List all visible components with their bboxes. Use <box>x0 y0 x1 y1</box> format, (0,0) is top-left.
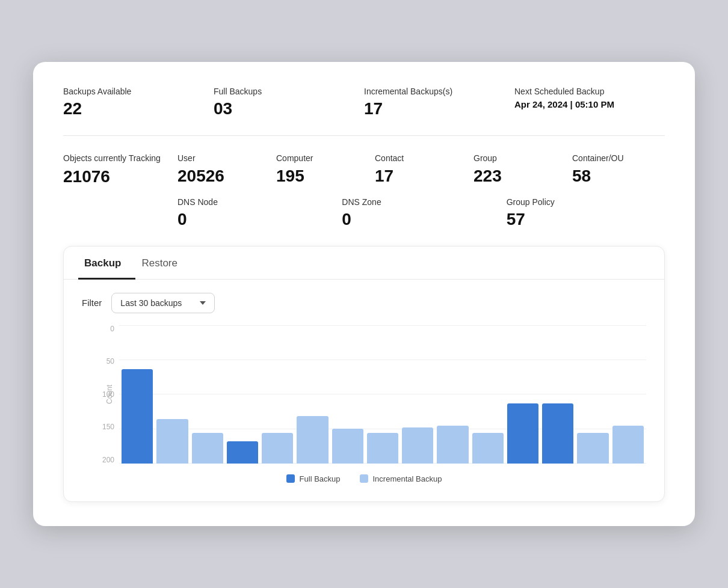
objects-tracking-value: 21076 <box>63 167 171 186</box>
legend-full-backup: Full Backup <box>286 474 341 483</box>
bar-full <box>122 369 153 464</box>
user-value: 20526 <box>177 167 264 186</box>
dns-zone-stat: DNS Zone 0 <box>336 197 500 229</box>
bar-group <box>472 433 504 464</box>
contact-label: Contact <box>375 153 461 164</box>
bar-group <box>612 426 644 464</box>
bar-incr <box>262 433 293 464</box>
chart-container: Count 200 150 100 50 0 <box>82 325 646 464</box>
group-stat: Group 223 <box>467 153 566 185</box>
y-label-50: 50 <box>96 358 114 365</box>
objects-first-row: User 20526 Computer 195 Contact 17 Group… <box>171 153 665 185</box>
bar-full <box>542 403 573 464</box>
next-scheduled-backup-stat: Next Scheduled Backup Apr 24, 2024 | 05:… <box>514 86 665 118</box>
bar-group <box>542 403 573 464</box>
objects-tracking-label: Objects currently Tracking <box>63 153 171 165</box>
bar-incr <box>192 433 223 464</box>
chart-area: Count 200 150 100 50 0 <box>64 319 664 483</box>
bar-group <box>577 433 608 464</box>
legend-incr-label: Incremental Backup <box>373 474 442 483</box>
contact-value: 17 <box>375 167 461 186</box>
filter-row: Filter Last 30 backups <box>64 280 664 319</box>
objects-grid-container: User 20526 Computer 195 Contact 17 Group… <box>171 153 665 228</box>
y-axis-title: Count <box>105 385 114 404</box>
bar-full <box>227 441 258 464</box>
user-stat: User 20526 <box>171 153 270 185</box>
bars-row <box>119 325 646 464</box>
bar-group <box>262 433 293 464</box>
bar-incr <box>297 416 328 464</box>
tab-restore[interactable]: Restore <box>135 247 192 280</box>
container-ou-label: Container/OU <box>572 153 659 164</box>
top-stats-section: Backups Available 22 Full Backups 03 Inc… <box>63 86 665 136</box>
legend-incremental-backup: Incremental Backup <box>360 474 442 483</box>
group-value: 223 <box>474 167 560 186</box>
group-policy-label: Group Policy <box>507 197 659 207</box>
bar-incr <box>577 433 608 464</box>
bar-group <box>332 429 363 463</box>
full-backups-value: 03 <box>214 99 364 118</box>
filter-label: Filter <box>82 298 102 308</box>
chevron-down-icon <box>200 301 206 305</box>
tab-bar: Backup Restore <box>64 247 664 280</box>
computer-stat: Computer 195 <box>270 153 369 185</box>
bar-incr <box>332 429 363 463</box>
bar-incr <box>612 426 644 464</box>
objects-tracking-section: Objects currently Tracking 21076 User 20… <box>63 153 665 228</box>
y-label-150: 150 <box>96 423 114 430</box>
container-ou-stat: Container/OU 58 <box>566 153 665 185</box>
incremental-backups-stat: Incremental Backups(s) 17 <box>364 86 514 118</box>
backups-available-stat: Backups Available 22 <box>63 86 214 118</box>
bar-group <box>297 416 328 464</box>
tab-backup[interactable]: Backup <box>78 247 135 280</box>
bar-incr <box>437 426 468 464</box>
dns-node-value: 0 <box>177 210 330 229</box>
dns-node-label: DNS Node <box>177 197 330 207</box>
user-label: User <box>177 153 264 164</box>
chart-legend: Full Backup Incremental Backup <box>82 474 646 483</box>
objects-tracking-total: Objects currently Tracking 21076 <box>63 153 171 228</box>
next-scheduled-backup-value: Apr 24, 2024 | 05:10 PM <box>514 99 665 109</box>
group-policy-value: 57 <box>507 210 659 229</box>
group-label: Group <box>474 153 560 164</box>
chart-inner <box>119 325 646 464</box>
contact-stat: Contact 17 <box>369 153 467 185</box>
y-label-0: 0 <box>96 325 114 332</box>
bar-group <box>192 433 223 464</box>
full-backups-label: Full Backups <box>214 86 364 97</box>
dns-zone-label: DNS Zone <box>342 197 494 207</box>
bar-group <box>402 427 433 464</box>
bar-group <box>437 426 468 464</box>
bar-incr <box>156 419 188 464</box>
backups-available-value: 22 <box>63 99 214 118</box>
legend-dot-incr <box>360 474 368 483</box>
computer-label: Computer <box>276 153 363 164</box>
bar-incr <box>367 433 398 464</box>
bar-group <box>227 441 258 464</box>
bar-group <box>156 419 188 464</box>
bar-group <box>507 403 538 464</box>
filter-dropdown[interactable]: Last 30 backups <box>111 293 215 313</box>
objects-second-row: DNS Node 0 DNS Zone 0 Group Policy 57 <box>171 197 665 229</box>
backup-restore-card: Backup Restore Filter Last 30 backups Co… <box>63 246 665 502</box>
filter-selected-value: Last 30 backups <box>120 298 182 308</box>
main-card: Backups Available 22 Full Backups 03 Inc… <box>33 62 695 526</box>
bar-group <box>122 369 153 464</box>
next-scheduled-backup-label: Next Scheduled Backup <box>514 86 665 97</box>
bar-incr <box>402 427 433 464</box>
backups-available-label: Backups Available <box>63 86 214 97</box>
container-ou-value: 58 <box>572 167 659 186</box>
group-policy-stat: Group Policy 57 <box>501 197 665 229</box>
legend-full-label: Full Backup <box>300 474 341 483</box>
bar-group <box>367 433 398 464</box>
y-label-200: 200 <box>96 456 114 464</box>
legend-dot-full <box>286 474 295 483</box>
dns-zone-value: 0 <box>342 210 494 229</box>
bar-full <box>507 403 538 464</box>
incremental-backups-label: Incremental Backups(s) <box>364 86 514 97</box>
computer-value: 195 <box>276 167 363 186</box>
bar-incr <box>472 433 504 464</box>
incremental-backups-value: 17 <box>364 99 514 118</box>
dns-node-stat: DNS Node 0 <box>171 197 336 229</box>
full-backups-stat: Full Backups 03 <box>214 86 364 118</box>
